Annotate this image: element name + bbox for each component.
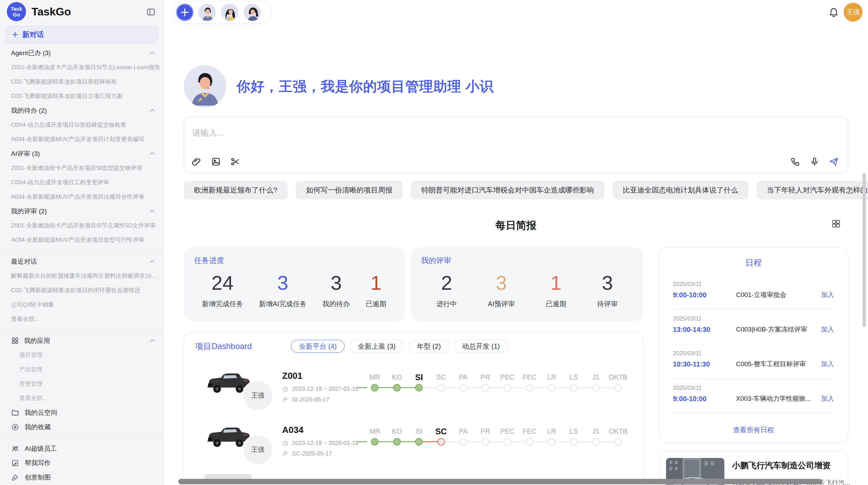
sidebar-item[interactable]: Z001-全新燃油轻卡产品开发项目SI造型提交物评审 (0, 161, 164, 175)
milestone-circle[interactable] (504, 384, 511, 391)
milestone: SI (408, 417, 430, 455)
milestone-circle[interactable] (614, 438, 622, 446)
sidebar-item[interactable]: Z001-全新燃油轻卡产品开发项目SI节点属性5D文件评审 (0, 219, 164, 233)
milestone-circle[interactable] (504, 438, 511, 446)
sidebar-item[interactable]: 解释最新出台的欧盟报废车法规再生塑料比例被调至15%... (0, 269, 164, 283)
agent-avatar-1[interactable] (198, 3, 216, 22)
sidebar-section-header[interactable]: 我的待办 (2) (0, 103, 164, 118)
horizontal-scrollbar[interactable] (178, 479, 822, 484)
milestone-circle[interactable] (592, 438, 600, 446)
stat-metric: 1已逾期 (366, 271, 386, 309)
user-avatar[interactable]: 王强 (844, 3, 863, 22)
notifications-bell-icon[interactable] (828, 7, 839, 17)
milestone-circle[interactable] (570, 438, 578, 446)
new-chat-button[interactable]: 新对话 (5, 26, 158, 43)
stat-columns: 2进行中3AI预评审1已逾期3待评审 (421, 271, 633, 309)
view-all-schedule-link[interactable]: 查看所有日程 (659, 425, 848, 435)
sidebar-tool-write[interactable]: 帮我写作 (0, 456, 164, 470)
sidebar-section-header[interactable]: AI评审 (3) (0, 147, 164, 161)
milestone-circle[interactable] (482, 384, 489, 391)
vertical-scrollbar[interactable] (863, 173, 866, 327)
sidebar-item[interactable]: 公司Q3轻卡销量 (0, 298, 164, 312)
sidebar-item[interactable]: A034-全新新能源MUV产品开发项目法规符合性评审 (0, 190, 164, 204)
collapse-sidebar-icon[interactable] (146, 7, 156, 17)
sidebar-tool-pen[interactable]: 创意制图 (0, 470, 164, 485)
suggestion-chip[interactable]: 特朗普可能对进口汽车增税会对中国车企造成哪些影响 (411, 181, 604, 199)
agent-avatar-3[interactable] (243, 3, 262, 22)
send-icon[interactable] (829, 157, 839, 167)
sidebar-item[interactable]: C02-飞腾新能源轻客改款项目立项汇报方案 (0, 89, 164, 103)
milestone-circle[interactable] (393, 384, 401, 391)
sidebar-link-label: 我的收藏 (25, 423, 51, 432)
milestone-circle-wrap (430, 384, 453, 399)
dashboard-tab[interactable]: 动总开发 (1) (454, 340, 508, 353)
sidebar-section-header[interactable]: 我的应用 (0, 334, 164, 348)
dashboard-tab[interactable]: 全新平台 (4) (291, 340, 345, 353)
sidebar-item[interactable]: A034-全新新能源MUV产品开发项目计划变更表编写 (0, 132, 164, 147)
sidebar-tool-people[interactable]: AI超级员工 (0, 442, 164, 456)
microphone-icon[interactable] (809, 157, 820, 167)
milestone-circle[interactable] (526, 438, 533, 446)
suggestion-chip[interactable]: 欧洲新规最近颁布了什么? (184, 181, 288, 199)
milestone-circle[interactable] (371, 438, 378, 446)
sidebar-item[interactable]: Z001-全新燃油皮卡产品开发项目SI节点Lesson Learn报告 (0, 60, 164, 75)
sidebar-item[interactable]: C02-飞腾新能源轻客改款项目里程碑画布 (0, 75, 164, 89)
event-join-link[interactable]: 加入 (821, 360, 834, 369)
milestone-circle[interactable] (526, 384, 533, 391)
milestone-circle[interactable] (592, 384, 600, 391)
agent-avatar-2[interactable] (220, 3, 239, 22)
suggestion-chip[interactable]: 比亚迪全固态电池计划具体说了什么 (613, 181, 748, 199)
event-join-link[interactable]: 加入 (821, 290, 834, 299)
event-join-link[interactable]: 加入 (821, 394, 834, 403)
milestone-label: FEC (519, 417, 541, 438)
event-join-link[interactable]: 加入 (821, 325, 834, 334)
milestone-circle[interactable] (548, 384, 555, 391)
milestone-circle[interactable] (482, 438, 489, 446)
milestone-circle[interactable] (614, 384, 622, 391)
milestone-circle[interactable] (437, 438, 445, 446)
attach-file-icon[interactable] (192, 157, 202, 167)
dashboard-tab[interactable]: 全新上装 (3) (350, 340, 403, 353)
sidebar-link-star[interactable]: 我的收藏 (0, 420, 164, 434)
sidebar-section-header[interactable]: 我的评审 (2) (0, 204, 164, 219)
sidebar-app-item[interactable]: 产品管理 (0, 362, 164, 377)
sidebar-item[interactable]: C0X4-动力总成开发项目SI里程碑提交物检查 (0, 118, 164, 132)
sidebar-section-header[interactable]: 最近对话 (0, 254, 164, 269)
milestone-circle[interactable] (371, 384, 378, 391)
sidebar-app-item[interactable]: 项目管理 (0, 348, 164, 362)
chevron-up-icon[interactable] (148, 258, 156, 265)
sidebar-item[interactable]: C02-飞腾新能源轻客改款项目的闭环通告反馈情况 (0, 283, 164, 298)
suggestion-chip[interactable]: 当下年轻人对汽车外观有怎样的喜好趋势 (757, 181, 868, 199)
chevron-up-icon[interactable] (148, 150, 156, 158)
sidebar-app-item[interactable]: 查看全部... (0, 391, 164, 406)
chevron-up-icon[interactable] (148, 208, 156, 215)
sidebar-item[interactable]: C0X4-动力总成开发项目工程变更评审 (0, 175, 164, 190)
milestone-circle[interactable] (415, 438, 423, 446)
stat-label: 新增完成任务 (202, 299, 243, 309)
milestone-circle[interactable] (459, 384, 467, 391)
layout-grid-icon[interactable] (831, 219, 841, 229)
chevron-up-icon[interactable] (148, 337, 156, 345)
milestone-circle[interactable] (570, 384, 578, 391)
chevron-up-icon[interactable] (148, 107, 156, 114)
dashboard-tab[interactable]: 年型 (2) (409, 340, 449, 353)
sidebar-item[interactable]: A034-全新新能源MUV产品开发项目造型可行性评审 (0, 233, 164, 247)
milestone-circle[interactable] (437, 384, 445, 391)
milestone-circle[interactable] (548, 438, 555, 446)
chat-input-card[interactable]: 请输入... (184, 117, 848, 173)
sidebar-app-item[interactable]: 变更管理 (0, 377, 164, 391)
voice-call-icon[interactable] (790, 157, 800, 167)
sidebar-section-header[interactable]: Agent已办 (3) (0, 46, 164, 60)
suggestion-chip[interactable]: 如何写一份清晰的项目周报 (296, 181, 403, 199)
screenshot-icon[interactable] (230, 157, 240, 167)
event-main-row: 13:00-14:30C003|H0B-方案冻结评审加入 (673, 323, 834, 336)
stat-value: 3 (323, 271, 350, 295)
milestone-circle[interactable] (415, 384, 423, 391)
chevron-up-icon[interactable] (148, 49, 156, 57)
sidebar-item[interactable]: 查看全部... (0, 312, 164, 326)
sidebar-link-folder[interactable]: 我的云空间 (0, 406, 164, 420)
milestone-circle[interactable] (459, 438, 467, 446)
attach-image-icon[interactable] (211, 157, 221, 167)
milestone-circle[interactable] (393, 438, 401, 446)
add-agent-button[interactable] (176, 3, 194, 21)
